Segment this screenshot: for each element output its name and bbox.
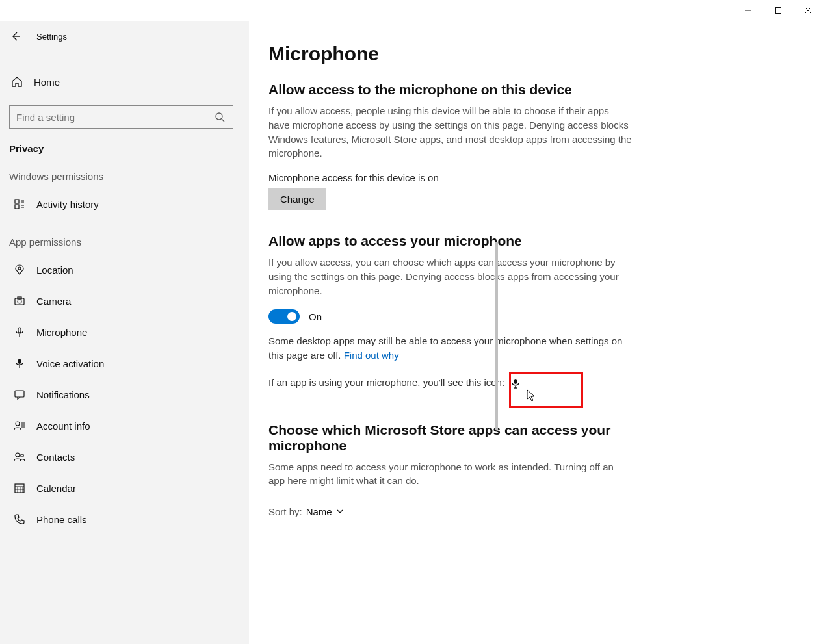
sidebar-item-camera[interactable]: Camera <box>0 285 249 316</box>
close-button[interactable] <box>793 0 823 21</box>
content-pane: Microphone Allow access to the microphon… <box>249 21 823 644</box>
phone-icon <box>12 513 27 525</box>
section-heading-device-access: Allow access to the microphone on this d… <box>268 82 797 97</box>
maximize-button[interactable] <box>763 0 793 21</box>
svg-point-22 <box>16 422 20 426</box>
toggle-knob <box>287 312 296 321</box>
section-windows-permissions: Windows permissions <box>0 154 249 188</box>
svg-point-5 <box>216 113 222 120</box>
find-out-why-link[interactable]: Find out why <box>344 350 399 361</box>
camera-icon <box>12 295 27 307</box>
svg-rect-34 <box>514 379 517 384</box>
home-label: Home <box>34 77 60 88</box>
sort-control[interactable]: Sort by: Name <box>268 506 797 517</box>
home-icon <box>9 76 25 88</box>
svg-rect-1 <box>776 8 781 14</box>
svg-rect-7 <box>15 200 19 203</box>
section-desc-app-access: If you allow access, you can choose whic… <box>268 255 633 298</box>
window-titlebar <box>0 0 823 21</box>
sidebar-item-label: Microphone <box>36 327 87 338</box>
calendar-icon <box>12 482 27 494</box>
chevron-down-icon <box>336 506 344 517</box>
sidebar-item-phone-calls[interactable]: Phone calls <box>0 504 249 535</box>
svg-point-15 <box>18 300 21 303</box>
category-label: Privacy <box>0 129 249 154</box>
location-icon <box>12 264 27 276</box>
sidebar-item-account-info[interactable]: Account info <box>0 410 249 441</box>
sidebar-item-label: Camera <box>36 296 71 307</box>
svg-rect-10 <box>15 205 19 209</box>
account-info-icon <box>12 420 27 431</box>
sidebar-item-label: Activity history <box>36 199 99 210</box>
toggle-state-label: On <box>309 311 322 322</box>
change-button[interactable]: Change <box>268 188 326 210</box>
contacts-icon <box>12 451 27 463</box>
section-heading-store-apps: Choose which Microsoft Store apps can ac… <box>268 422 633 454</box>
app-title: Settings <box>36 32 67 42</box>
sort-label: Sort by: <box>268 506 302 517</box>
svg-rect-21 <box>15 391 24 397</box>
sidebar-item-microphone[interactable]: Microphone <box>0 316 249 348</box>
search-input[interactable] <box>16 112 213 123</box>
app-access-toggle[interactable] <box>268 309 300 324</box>
device-access-status: Microphone access for this device is on <box>268 172 797 183</box>
sidebar-item-voice-activation[interactable]: Voice activation <box>0 348 249 379</box>
notifications-icon <box>12 389 27 400</box>
mic-in-use-note: If an app is using your microphone, you'… <box>268 376 633 390</box>
microphone-icon <box>12 326 27 338</box>
svg-line-6 <box>222 119 224 122</box>
section-app-permissions: App permissions <box>0 220 249 254</box>
sidebar-home[interactable]: Home <box>0 68 249 96</box>
sidebar-item-label: Voice activation <box>36 358 104 369</box>
sort-value: Name <box>306 506 332 517</box>
voice-activation-icon <box>12 357 27 369</box>
svg-point-13 <box>18 267 21 270</box>
minimize-button[interactable] <box>733 0 763 21</box>
sidebar-item-contacts[interactable]: Contacts <box>0 441 249 472</box>
mic-in-use-text: If an app is using your microphone, you'… <box>268 377 504 388</box>
section-desc-device-access: If you allow access, people using this d… <box>268 104 633 161</box>
sidebar-item-label: Location <box>36 264 73 276</box>
search-input-wrap[interactable] <box>9 105 233 129</box>
svg-rect-17 <box>18 328 21 333</box>
back-button[interactable] <box>0 23 31 49</box>
svg-point-26 <box>16 453 20 457</box>
section-desc-store-apps: Some apps need to access your microphone… <box>268 460 633 489</box>
cursor-overlay <box>527 389 537 405</box>
sidebar-item-calendar[interactable]: Calendar <box>0 472 249 504</box>
sidebar-item-label: Contacts <box>36 452 75 463</box>
sidebar: Settings Home Privacy <box>0 21 249 644</box>
sidebar-item-label: Account info <box>36 420 90 431</box>
sidebar-item-location[interactable]: Location <box>0 254 249 285</box>
note-text: Some desktop apps may still be able to a… <box>268 335 622 361</box>
scrollbar-indicator[interactable] <box>495 242 498 430</box>
sidebar-item-notifications[interactable]: Notifications <box>0 379 249 410</box>
search-icon <box>213 112 226 122</box>
activity-icon <box>12 198 27 210</box>
sidebar-item-activity-history[interactable]: Activity history <box>0 188 249 220</box>
microphone-indicator-icon <box>511 378 520 389</box>
svg-rect-19 <box>18 359 21 364</box>
page-title: Microphone <box>268 43 797 65</box>
sidebar-item-label: Phone calls <box>36 514 87 525</box>
svg-point-27 <box>21 454 23 457</box>
desktop-apps-note: Some desktop apps may still be able to a… <box>268 334 633 363</box>
sidebar-item-label: Notifications <box>36 389 90 400</box>
section-heading-app-access: Allow apps to access your microphone <box>268 233 797 249</box>
sidebar-item-label: Calendar <box>36 483 76 494</box>
